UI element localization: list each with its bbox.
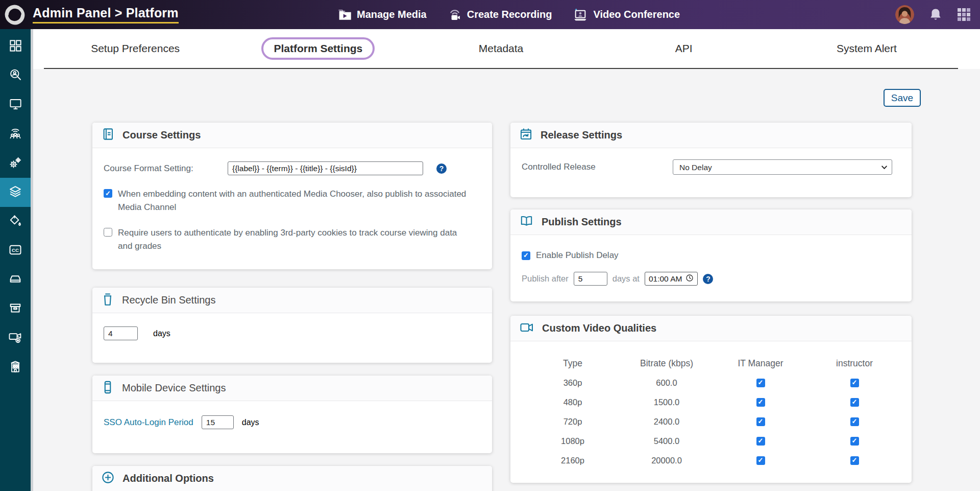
quality-bitrate: 2400.0 xyxy=(620,412,714,431)
user-search-icon xyxy=(9,68,22,84)
layers-icon xyxy=(8,184,22,201)
create-recording-button[interactable]: Create Recording xyxy=(447,8,552,22)
sidebar-item-content-layers[interactable] xyxy=(0,178,31,207)
manage-media-button[interactable]: Manage Media xyxy=(337,8,427,21)
mobile-device-settings-card: Mobile Device Settings SSO Auto-Login Pe… xyxy=(92,376,492,453)
course-settings-card: Course Settings Course Format Setting: W… xyxy=(92,123,492,269)
sidebar-item-user-search[interactable] xyxy=(0,61,31,90)
paint-bucket-icon xyxy=(8,214,22,230)
notifications-bell-icon[interactable] xyxy=(928,7,943,22)
top-navigation: Manage Media Create Recording xyxy=(337,0,680,29)
video-camera-icon xyxy=(519,321,534,336)
topbar-right-cluster xyxy=(895,0,971,29)
sidebar-item-branding-paint[interactable] xyxy=(0,207,31,236)
apps-grid-icon[interactable] xyxy=(957,8,971,21)
tab-system-alert[interactable]: System Alert xyxy=(775,29,958,68)
recycle-bin-settings-card: Recycle Bin Settings days xyxy=(92,288,492,363)
audience-broadcast-icon xyxy=(8,126,22,143)
it-manager-checkbox-360p[interactable] xyxy=(756,379,765,387)
media-chooser-checkbox[interactable] xyxy=(104,189,112,198)
sidebar-item-audience[interactable] xyxy=(0,120,31,149)
tab-setup-preferences[interactable]: Setup Preferences xyxy=(44,29,227,68)
instructor-checkbox-1080p[interactable] xyxy=(850,437,859,446)
help-icon[interactable] xyxy=(703,274,713,284)
sso-auto-login-input[interactable] xyxy=(202,415,234,429)
quality-bitrate: 20000.0 xyxy=(620,451,714,470)
clock-icon[interactable] xyxy=(685,274,694,284)
enable-publish-delay-label: Enable Publish Delay xyxy=(536,250,619,261)
third-party-cookies-checkbox[interactable] xyxy=(104,228,112,237)
additional-options-card: Additional Options xyxy=(92,466,492,491)
card-title: Recycle Bin Settings xyxy=(122,294,215,306)
sidebar-item-screens[interactable] xyxy=(0,90,31,120)
column-header-it-manager: IT Manager xyxy=(714,354,807,373)
controlled-release-label: Controlled Release xyxy=(522,162,673,172)
it-manager-checkbox-720p[interactable] xyxy=(756,417,765,426)
tab-platform-settings[interactable]: Platform Settings xyxy=(227,29,409,68)
release-settings-card: Release Settings Controlled Release No D… xyxy=(510,123,912,197)
closed-captions-icon: CC xyxy=(8,243,22,259)
sidebar: CC xyxy=(0,29,31,491)
sidebar-item-institution-building[interactable] xyxy=(0,353,31,382)
it-manager-checkbox-1080p[interactable] xyxy=(756,437,765,446)
card-title: Release Settings xyxy=(541,129,622,141)
checkbox-label: Require users to authenticate by enablin… xyxy=(118,226,470,253)
days-unit-label: days xyxy=(242,418,259,427)
video-conference-button[interactable]: Video Conference xyxy=(572,8,680,22)
sidebar-item-storage-drive[interactable] xyxy=(0,265,31,294)
sidebar-item-recorder-camera[interactable] xyxy=(0,323,31,353)
sidebar-item-archive-box[interactable] xyxy=(0,294,31,323)
publish-after-label: Publish after xyxy=(522,274,569,284)
it-manager-checkbox-480p[interactable] xyxy=(756,398,765,407)
card-title: Custom Video Qualities xyxy=(542,322,656,334)
quality-bitrate: 600.0 xyxy=(620,373,714,392)
days-unit-label: days xyxy=(153,329,170,338)
it-manager-checkbox-2160p[interactable] xyxy=(756,456,765,465)
course-format-label: Course Format Setting: xyxy=(104,163,228,174)
quality-type: 2160p xyxy=(526,451,620,470)
recycle-days-input[interactable] xyxy=(104,326,138,340)
save-button[interactable]: Save xyxy=(884,89,921,107)
app-logo-icon[interactable] xyxy=(4,4,26,26)
publish-settings-card: Publish Settings Enable Publish Delay Pu… xyxy=(510,209,912,301)
calendar-release-icon xyxy=(519,127,533,143)
video-recorder-icon xyxy=(8,330,23,346)
plus-circle-icon xyxy=(101,471,115,486)
publish-delay-days-input[interactable] xyxy=(574,272,607,286)
trash-icon xyxy=(101,292,114,309)
top-bar: Admin Panel > Platform Manage Media xyxy=(0,0,980,29)
card-title: Additional Options xyxy=(122,473,214,484)
help-icon[interactable] xyxy=(436,163,447,174)
building-icon xyxy=(8,359,22,376)
quality-type: 360p xyxy=(526,373,620,392)
column-header-bitrate: Bitrate (kbps) xyxy=(620,354,714,373)
custom-video-qualities-card: Custom Video Qualities Type Bitrate (kbp… xyxy=(510,316,912,483)
broadcast-camera-icon xyxy=(447,8,462,22)
gears-icon xyxy=(8,155,22,172)
publish-time-input[interactable]: 01:00 AM xyxy=(645,272,698,286)
page-title: Admin Panel > Platform xyxy=(33,6,179,24)
course-format-input[interactable] xyxy=(228,161,423,175)
quality-bitrate: 1500.0 xyxy=(620,392,714,412)
folder-play-icon xyxy=(337,8,352,21)
enable-publish-delay-checkbox[interactable] xyxy=(522,251,530,260)
days-at-label: days at xyxy=(612,274,640,284)
sidebar-item-captions-cc[interactable]: CC xyxy=(0,236,31,265)
sso-auto-login-label: SSO Auto-Login Period xyxy=(104,417,193,428)
tab-metadata[interactable]: Metadata xyxy=(409,29,592,68)
tab-api[interactable]: API xyxy=(593,29,775,68)
controlled-release-select[interactable]: No Delay xyxy=(673,159,892,175)
instructor-checkbox-720p[interactable] xyxy=(850,417,859,426)
card-title: Publish Settings xyxy=(542,216,622,228)
user-avatar[interactable] xyxy=(895,5,914,24)
svg-text:CC: CC xyxy=(12,247,19,253)
instructor-checkbox-360p[interactable] xyxy=(850,379,859,387)
sidebar-scrollbar[interactable] xyxy=(31,29,33,491)
column-header-type: Type xyxy=(526,354,620,373)
smartphone-icon xyxy=(101,380,114,396)
sidebar-item-dashboard[interactable] xyxy=(0,32,31,61)
instructor-checkbox-2160p[interactable] xyxy=(850,456,859,465)
instructor-checkbox-480p[interactable] xyxy=(850,398,859,407)
quality-bitrate: 5400.0 xyxy=(620,431,714,451)
sidebar-item-settings-gears[interactable] xyxy=(0,149,31,178)
